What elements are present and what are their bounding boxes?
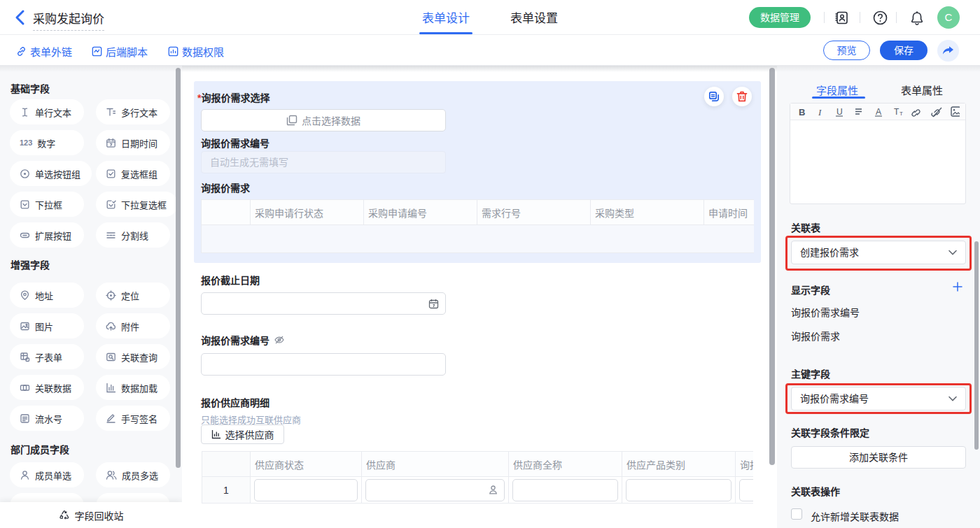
svg-text:T: T (894, 107, 899, 117)
svg-text:U: U (836, 107, 843, 117)
svg-text:I: I (818, 107, 822, 117)
svg-text:A: A (876, 107, 881, 117)
svg-text:T: T (899, 110, 903, 117)
svg-text:B: B (799, 107, 805, 117)
